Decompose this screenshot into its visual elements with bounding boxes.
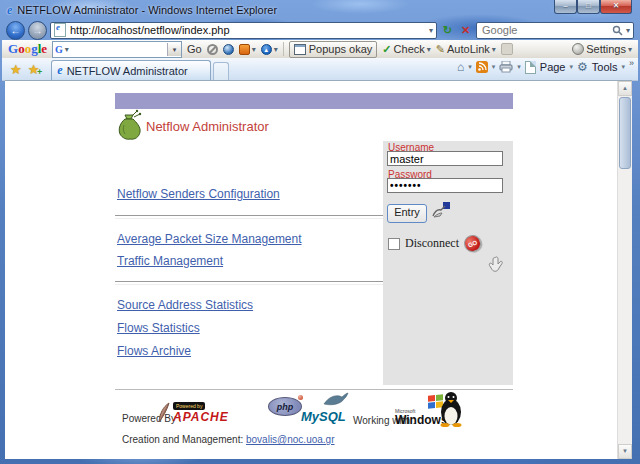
globe-icon[interactable] [223, 44, 234, 55]
divider [115, 281, 383, 285]
divider [115, 215, 383, 219]
search-input[interactable] [480, 23, 609, 37]
scroll-up-icon[interactable]: ▲ [618, 81, 632, 96]
bookmark-icon[interactable]: ▲ [261, 44, 272, 55]
check-icon: ✓ [382, 43, 391, 56]
page-favicon-icon: e [54, 23, 66, 37]
apache-logo: Powered by APACHE [158, 402, 229, 424]
url-field[interactable]: e http://localhost/netflow/index.php ▾ [50, 22, 437, 39]
username-field[interactable] [387, 151, 503, 166]
tab-favicon-icon: e [57, 63, 62, 78]
window-controls: – □ ✕ [554, 0, 632, 14]
check-label: Check [394, 43, 425, 55]
refresh-button[interactable]: ↻ [440, 24, 455, 37]
blocked-icon[interactable] [207, 44, 218, 55]
nav-link-flows-archive[interactable]: Flows Archive [117, 344, 191, 358]
page-dropdown-icon[interactable]: ▾ [570, 63, 574, 71]
creation-line: Creation and Management: bovalis@noc.uoa… [122, 434, 335, 445]
title-bar: e NETFLOW Administrator - Windows Intern… [0, 0, 640, 20]
tab-netflow-administrator[interactable]: e NETFLOW Administrator [51, 60, 211, 80]
gear-icon[interactable]: ⚙ [577, 60, 588, 74]
apache-tagline: Powered by [173, 402, 205, 410]
vertical-scrollbar[interactable]: ▲ ▼ [617, 81, 632, 459]
stop-button[interactable]: ✕ [458, 24, 473, 37]
page-menu[interactable]: Page [540, 61, 566, 73]
toolbar-separator [283, 42, 284, 56]
feeds-icon[interactable] [476, 61, 488, 73]
php-label: php [277, 402, 294, 412]
home-dropdown-icon[interactable]: ▾ [468, 63, 472, 71]
autolink-label: AutoLink [447, 43, 490, 55]
tools-dropdown-icon[interactable]: ▾ [621, 63, 625, 71]
search-box[interactable]: ▾ [476, 22, 634, 39]
settings-dropdown-icon: ▾ [628, 45, 632, 54]
tux-penguin-icon [438, 391, 464, 427]
autolink-button[interactable]: ✎ AutoLink ▾ [436, 43, 496, 56]
google-history-dropdown-icon[interactable]: ▾ [167, 43, 181, 56]
search-dropdown-icon[interactable]: ▾ [626, 26, 630, 35]
footer-divider [115, 389, 513, 390]
settings-label: Settings [586, 43, 626, 55]
go-badge[interactable]: GO [462, 233, 484, 255]
nav-link-netflow-senders[interactable]: Netflow Senders Configuration [117, 187, 280, 201]
google-search-field[interactable] [69, 42, 167, 57]
browser-window: e NETFLOW Administrator - Windows Intern… [0, 0, 640, 464]
dolphin-icon [323, 392, 349, 407]
google-g-icon[interactable]: G [53, 44, 65, 55]
scrollbar-thumb[interactable] [619, 97, 631, 169]
url-text[interactable]: http://localhost/netflow/index.php [70, 24, 425, 36]
home-icon[interactable]: ⌂ [457, 60, 464, 74]
print-icon[interactable] [499, 61, 513, 73]
check-dropdown-icon: ▾ [427, 45, 431, 54]
page-icon[interactable] [525, 61, 536, 74]
password-field[interactable] [387, 178, 503, 193]
feeds-dropdown-icon[interactable]: ▾ [492, 63, 496, 71]
disconnect-label: Disconnect [405, 236, 459, 251]
entry-button[interactable]: Entry [387, 204, 427, 223]
close-button[interactable]: ✕ [600, 0, 632, 14]
new-tab-stub[interactable] [213, 62, 229, 80]
favorites-center-icon[interactable]: ★ [10, 62, 22, 77]
mysql-logo: MySQL [301, 392, 353, 424]
popups-button[interactable]: Popups okay [289, 41, 378, 58]
minimize-button[interactable]: – [554, 0, 577, 14]
pencil-icon: ✎ [436, 43, 445, 56]
popups-label: Popups okay [309, 43, 373, 55]
ie-logo-icon: e [7, 3, 12, 18]
overflow-chevron-icon[interactable]: » [629, 58, 634, 68]
creation-label: Creation and Management: [122, 434, 243, 445]
nav-link-avg-packet-size[interactable]: Average Packet Size Management [117, 232, 302, 246]
mysql-label: MySQL [301, 409, 346, 424]
nav-link-source-address-stats[interactable]: Source Address Statistics [117, 298, 253, 312]
bookmark-group: ▲▾ [261, 44, 278, 55]
scroll-down-icon[interactable]: ▼ [618, 444, 632, 459]
popup-window-icon [294, 44, 306, 55]
settings-ball-icon [572, 43, 584, 55]
maximize-button[interactable]: □ [577, 0, 600, 14]
back-button[interactable]: ← [6, 21, 25, 40]
login-panel: Username Password Entry Disconnect GO [383, 141, 513, 385]
autolink-dropdown-icon: ▾ [492, 45, 496, 54]
page-header-bar [115, 93, 513, 109]
tools-menu[interactable]: Tools [592, 61, 618, 73]
forward-button[interactable]: → [28, 21, 47, 40]
nav-link-traffic-management[interactable]: Traffic Management [117, 254, 223, 268]
bookmark-dropdown-icon[interactable]: ▾ [274, 45, 278, 54]
disconnect-checkbox[interactable] [388, 238, 400, 250]
nav-link-flows-statistics[interactable]: Flows Statistics [117, 321, 200, 335]
url-dropdown-icon[interactable]: ▾ [429, 26, 433, 35]
magnifier-icon[interactable] [612, 25, 623, 36]
email-link[interactable]: bovalis@noc.uoa.gr [246, 434, 335, 445]
add-favorite-icon[interactable]: ★+ [28, 62, 40, 77]
address-bar: ← → e http://localhost/netflow/index.php… [0, 20, 640, 40]
hand-pen-icon [431, 201, 451, 219]
pagerank-icon[interactable] [239, 44, 250, 55]
google-go-button[interactable]: Go [187, 43, 202, 55]
pagerank-dropdown-icon[interactable]: ▾ [252, 45, 256, 54]
print-dropdown-icon[interactable]: ▾ [517, 63, 521, 71]
settings-button[interactable]: Settings ▾ [572, 43, 632, 55]
google-search-combo[interactable]: G ▾ ▾ [52, 41, 182, 58]
command-bar: ★ ★+ e NETFLOW Administrator ⌂ ▾ ▾ ▾ [2, 58, 638, 81]
php-logo: php [268, 397, 302, 416]
spellcheck-button[interactable]: ✓ Check ▾ [382, 43, 430, 56]
